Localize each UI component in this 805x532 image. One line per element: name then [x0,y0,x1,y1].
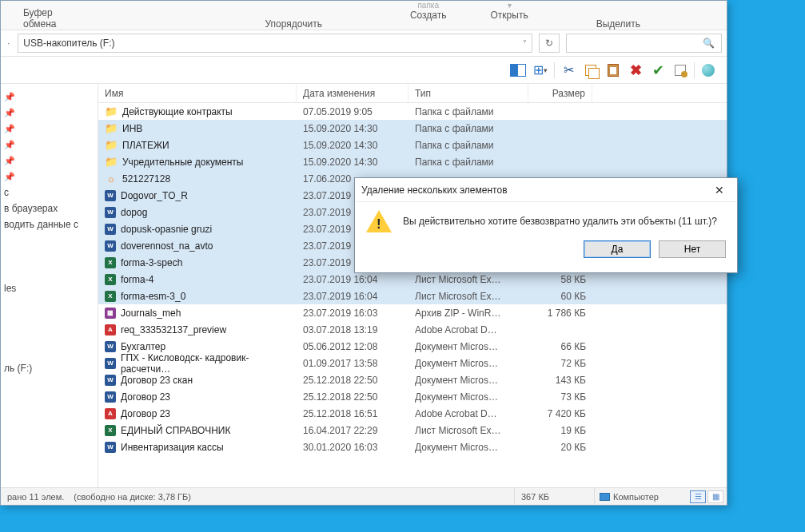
chevron-down-icon[interactable]: ˅ [523,39,527,48]
file-type: Папка с файлами [408,106,528,117]
status-bar: рано 11 элем. (свободно на диске: 3,78 Г… [1,487,727,505]
sidebar-item[interactable]: водить данные с [4,216,94,232]
status-selected: рано 11 элем. [7,492,64,502]
cut-button[interactable]: ✂ [560,62,577,79]
file-type: Документ Micros… [408,391,528,403]
file-type: Архив ZIP - WinR… [408,308,528,319]
details-view-button[interactable]: ☰ [690,490,706,503]
file-list[interactable]: Имя Дата изменения Тип Размер 📁Действующ… [98,84,727,487]
burn-disc-button[interactable] [699,62,717,79]
column-header-size[interactable]: Размер [528,84,592,102]
file-size: 58 КБ [528,274,592,285]
file-name: Договор 23 [121,391,170,403]
table-row[interactable]: Areq_333532137_preview03.07.2018 13:19Ad… [98,321,727,338]
delete-button[interactable]: ✖ [627,62,644,79]
sidebar-item[interactable]: с [4,185,94,200]
address-bar[interactable]: USB-накопитель (F:) ˅ [18,34,532,53]
sidebar-item[interactable] [4,328,94,344]
file-name: Учредительные документы [122,157,243,168]
sidebar-item[interactable] [4,248,94,264]
sidebar-item[interactable]: 📌 [4,169,94,185]
address-path: USB-накопитель (F:) [23,38,114,49]
column-header-name[interactable]: Имя [98,84,297,102]
column-header-type[interactable]: Тип [408,84,528,102]
file-name: Договор 23 [121,408,170,419]
sidebar-item-label: les [4,283,16,294]
sidebar-item[interactable]: 📌 [4,153,94,169]
file-date: 15.09.2020 14:30 [297,157,408,168]
column-header-date[interactable]: Дата изменения [297,84,408,102]
sidebar-item[interactable]: 📌 [4,105,94,121]
address-bar-row: · USB-накопитель (F:) ˅ ↻ 🔍 [1,30,727,57]
table-row[interactable]: WДоговор 23 скан25.12.2018 22:50Документ… [98,371,727,388]
warning-icon [366,208,392,234]
file-size: 60 КБ [528,291,592,302]
table-row[interactable]: 📁ПЛАТЕЖИ15.09.2020 14:30Папка с файлами [98,137,727,153]
view-toggle-button[interactable] [509,62,527,79]
table-row[interactable]: 📁ИНВ15.09.2020 14:30Папка с файлами [98,120,727,137]
table-row[interactable]: WГПХ - Кисловодск- кадровик- расчетчи…01… [98,355,727,371]
file-type: Adobe Acrobat D… [408,324,528,335]
pdf-icon: A [105,324,116,335]
search-input[interactable]: 🔍 [566,34,722,53]
word-icon: W [105,224,116,235]
file-name: req_333532137_preview [121,324,226,335]
file-type: Документ Micros… [408,341,528,352]
sidebar-item[interactable] [4,312,94,328]
sidebar-item[interactable]: ль (F:) [4,360,94,376]
file-date: 07.05.2019 9:05 [297,106,408,117]
table-row[interactable]: WИнвентаризация кассы30.01.2020 16:03Док… [98,439,727,455]
apply-button[interactable]: ✔ [649,62,667,79]
file-date: 25.12.2018 16:51 [297,408,408,419]
ribbon-create-label: Создать [410,10,447,21]
sidebar-item[interactable]: 📌 [4,137,94,153]
sidebar-item[interactable]: 📌 [4,89,94,105]
file-type: Документ Micros… [408,442,528,453]
file-name: Journals_meh [121,308,181,319]
pin-icon: 📌 [4,172,15,182]
file-type: Лист Microsoft Ex… [408,425,528,436]
sidebar-item-label: с [4,187,9,198]
table-row[interactable]: XЕДИНЫЙ СПРАВОЧНИК16.04.2017 22:29Лист M… [98,422,727,439]
icons-view-button[interactable]: ▦ [707,490,723,503]
table-row[interactable]: Xforma-esm-3_023.07.2019 16:04Лист Micro… [98,288,727,304]
sidebar-item[interactable]: 📌 [4,121,94,137]
sidebar-item-label: ль (F:) [4,363,32,374]
sidebar-item[interactable] [4,296,94,312]
sidebar-item[interactable] [4,232,94,248]
file-type: Папка с файлами [408,123,528,134]
file-name: Договор 23 скан [121,375,193,386]
table-row[interactable]: ▦Journals_meh23.07.2019 16:03Архив ZIP -… [98,304,727,321]
table-row[interactable]: 📁Учредительные документы15.09.2020 14:30… [98,153,727,170]
table-row[interactable]: AДоговор 2325.12.2018 16:51Adobe Acrobat… [98,405,727,422]
sidebar-item[interactable]: les [4,280,94,296]
file-name: Инвентаризация кассы [121,442,224,453]
paste-button[interactable] [604,62,622,79]
dialog-yes-button[interactable]: Да [584,240,651,258]
history-dropdown-icon[interactable]: · [6,38,11,49]
layout-dropdown-button[interactable]: ⊞▾ [532,62,549,79]
sidebar-item[interactable]: в браузерах [4,200,94,216]
file-name: Бухгалтер [121,341,165,352]
file-date: 15.09.2020 14:30 [297,123,408,134]
file-size: 66 КБ [528,341,592,352]
status-size: 367 КБ [514,488,594,505]
table-row[interactable]: Xforma-423.07.2019 16:04Лист Microsoft E… [98,271,727,288]
archive-icon: ▦ [105,308,116,319]
table-row[interactable]: 📁Действующие контракты07.05.2019 9:05Пап… [98,103,727,120]
dialog-titlebar: Удаление нескольких элементов ✕ [355,178,737,202]
refresh-button[interactable]: ↻ [539,34,560,53]
dialog-close-button[interactable]: ✕ [708,181,731,199]
status-computer: Компьютер [594,488,690,505]
file-name: forma-3-spech [121,257,182,268]
copy-button[interactable] [582,62,600,79]
sidebar-item[interactable] [4,344,94,360]
sidebar-item[interactable] [4,264,94,280]
table-row[interactable]: WДоговор 2325.12.2018 22:50Документ Micr… [98,388,727,405]
properties-button[interactable] [671,62,689,79]
sidebar-item-label: в браузерах [4,203,58,214]
file-date: 15.09.2020 14:30 [297,140,408,151]
dialog-no-button[interactable]: Нет [659,240,726,258]
file-type: Adobe Acrobat D… [408,408,528,419]
view-toggle-icon [510,64,526,77]
